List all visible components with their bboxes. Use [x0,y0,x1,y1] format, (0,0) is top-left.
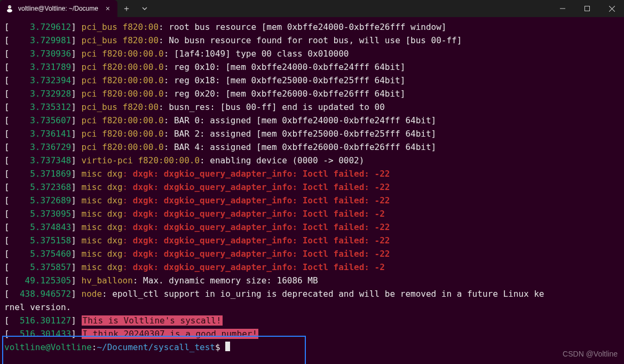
watermark: CSDN @Voltline [563,347,618,361]
maximize-button[interactable] [575,0,599,17]
terminal-body[interactable]: [ 3.729612] pci_bus f820:00: root bus re… [0,17,624,364]
minimize-button[interactable] [550,0,575,17]
titlebar: voltline@Voltline: ~/Docume × ＋ [0,0,624,17]
tab-title: voltline@Voltline: ~/Docume [18,5,99,12]
window-controls [550,0,624,17]
close-tab-button[interactable]: × [104,4,112,13]
svg-point-0 [8,5,11,9]
terminal-window: voltline@Voltline: ~/Docume × ＋ [ 3.7296… [0,0,624,364]
close-window-button[interactable] [599,0,624,17]
new-tab-button[interactable]: ＋ [117,0,136,17]
svg-point-2 [9,6,9,7]
linux-icon [5,4,14,13]
svg-point-3 [10,6,11,7]
svg-point-1 [7,9,12,12]
tab-menu-chevron[interactable] [136,0,154,17]
cursor [225,342,230,351]
tab-active[interactable]: voltline@Voltline: ~/Docume × [0,0,117,17]
svg-rect-5 [585,6,590,11]
